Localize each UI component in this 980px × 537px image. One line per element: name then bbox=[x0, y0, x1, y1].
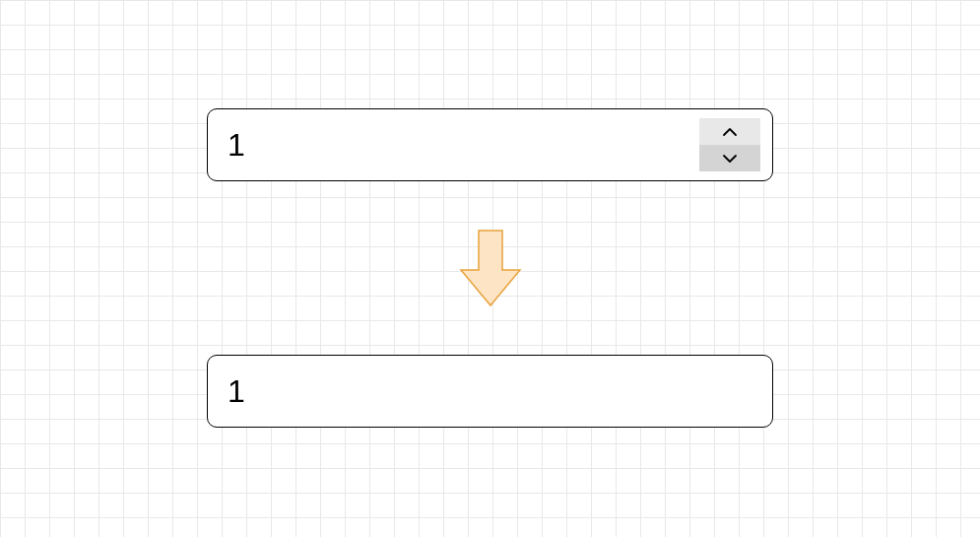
chevron-up-icon bbox=[722, 127, 738, 137]
down-arrow-icon bbox=[459, 229, 522, 307]
input-value-bottom: 1 bbox=[228, 373, 752, 410]
stepper-down-button[interactable] bbox=[699, 145, 760, 171]
input-value-top: 1 bbox=[228, 127, 699, 164]
number-input-plain[interactable]: 1 bbox=[207, 355, 773, 428]
stepper-control bbox=[699, 118, 760, 171]
chevron-down-icon bbox=[722, 154, 738, 164]
number-input-with-stepper[interactable]: 1 bbox=[207, 108, 773, 181]
stepper-up-button[interactable] bbox=[699, 118, 760, 145]
